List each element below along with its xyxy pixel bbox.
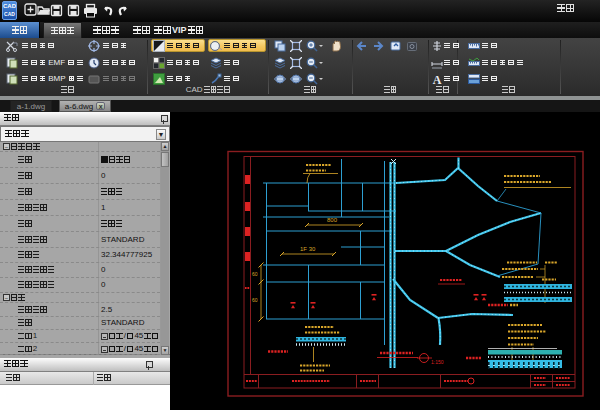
svg-text:800: 800: [327, 217, 338, 223]
svg-text:A: A: [433, 73, 442, 85]
svg-text:60: 60: [252, 297, 258, 303]
svg-text:60: 60: [252, 271, 258, 277]
svg-text:1F 30: 1F 30: [300, 246, 316, 252]
svg-text:1:150: 1:150: [431, 359, 444, 365]
